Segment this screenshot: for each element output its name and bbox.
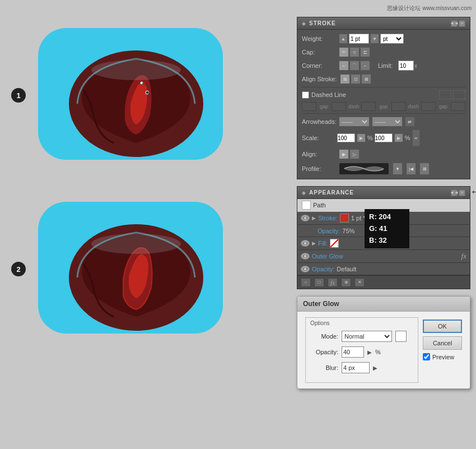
fill-app-row: ▶ Fill: (297, 237, 470, 250)
align-left-btn[interactable]: ▶ (339, 149, 349, 159)
fx-icon: fx (461, 252, 466, 261)
mode-row: Mode: Normal (310, 331, 413, 342)
duplicate-btn[interactable]: ⊕ (341, 278, 351, 287)
opacity-eye-btn[interactable] (301, 266, 310, 272)
appearance-panel-header: ◆ APPEARANCE ◄◄ ≡ (297, 187, 470, 199)
appearance-collapse-btn[interactable]: ◄◄ (451, 189, 458, 196)
corner-buttons: ⌐ ⌒ ⌐ (339, 61, 370, 71)
appearance-menu-btn[interactable]: ≡ (459, 189, 465, 196)
align-inside-btn[interactable]: ⊡ (351, 74, 361, 84)
limit-input[interactable] (398, 61, 414, 71)
scale-input-1[interactable] (337, 133, 355, 142)
limit-label: Limit: (378, 62, 395, 69)
gap-input-3[interactable] (451, 102, 465, 111)
align-right-btn[interactable]: ▷ (349, 149, 360, 159)
align-center-btn[interactable]: ⊞ (340, 74, 350, 84)
dialog-options: Options Mode: Normal Opacity: ▶ (305, 317, 418, 383)
arrowhead-start-select[interactable]: —— (339, 117, 370, 127)
dashed-line-label[interactable]: Dashed Line (302, 91, 346, 99)
canvas-item-1: 1 (11, 17, 234, 174)
blur-arrow-btn[interactable]: ▶ (373, 365, 377, 371)
weight-row: Weight: ▲ ▼ pt (297, 32, 470, 45)
arrowhead-end-select[interactable]: —— (372, 117, 403, 127)
cap-square-btn[interactable]: ⊏ (360, 47, 370, 57)
gap-input-2[interactable] (391, 102, 406, 111)
step-number-1: 1 (11, 88, 26, 103)
corner-bevel-btn[interactable]: ⌐ (360, 61, 370, 71)
outer-glow-title: Outer Glow (297, 297, 470, 312)
corner-round-btn[interactable]: ⌒ (349, 61, 360, 71)
dash-input-2[interactable] (361, 102, 376, 111)
arrow-indicator: ← (470, 184, 476, 199)
gap-input-1[interactable] (332, 102, 346, 111)
preview-checkbox[interactable] (423, 353, 430, 360)
corner-miter-btn[interactable]: ⌐ (339, 61, 349, 71)
scale-link-btn[interactable]: ∞ (412, 129, 420, 146)
opacity2-value: Default (337, 266, 356, 272)
dash-box-2 (453, 90, 465, 99)
stroke-expand-arrow[interactable]: ▶ (312, 215, 316, 221)
glow-color-swatch[interactable] (395, 331, 407, 342)
profile-select-btn[interactable]: ▼ (393, 163, 403, 175)
panel-menu-btn[interactable]: ≡ (459, 20, 465, 27)
add-new-stroke-btn[interactable]: ○ (301, 278, 311, 287)
opacity-dialog-label: Opacity: (310, 349, 338, 355)
fill-color-swatch[interactable] (330, 239, 339, 248)
arrowhead-swap-btn[interactable]: ⇄ (405, 117, 415, 127)
appearance-panel: ◆ APPEARANCE ◄◄ ≡ Path ▶ Stroke: 1 pt * … (297, 186, 470, 289)
svg-point-9 (304, 217, 306, 219)
dashed-line-checkbox[interactable] (302, 91, 309, 99)
ok-button[interactable]: OK (423, 320, 462, 333)
cap-round-btn[interactable]: ⊂ (349, 47, 360, 57)
stroke-eye-btn[interactable] (301, 215, 310, 221)
stroke-color-swatch[interactable] (340, 214, 349, 223)
cancel-button[interactable]: Cancel (423, 336, 462, 350)
arrowheads-label: Arrowheads: (302, 118, 337, 125)
cap-buttons: ⊢ ⊂ ⊏ (339, 47, 370, 57)
weight-down-btn[interactable]: ▼ (370, 34, 379, 44)
stroke-app-row: ▶ Stroke: 1 pt * R: 204 G: 41 B: 32 (297, 212, 470, 225)
svg-point-4 (91, 60, 181, 80)
outer-glow-label[interactable]: Outer Glow (312, 253, 343, 260)
scale-input-2[interactable] (375, 133, 393, 142)
opacity-dialog-input[interactable] (342, 346, 364, 358)
weight-unit-select[interactable]: pt (380, 34, 404, 44)
align-outside-btn[interactable]: ⊠ (361, 74, 371, 84)
profile-prev-btn[interactable]: |◀ (406, 163, 416, 175)
options-group: Options Mode: Normal Opacity: ▶ (305, 317, 418, 383)
appearance-panel-controls[interactable]: ◄◄ ≡ (451, 189, 465, 196)
panel-controls[interactable]: ◄◄ ≡ (451, 20, 465, 27)
fx-btn[interactable]: fx (328, 278, 338, 287)
dash-input-3[interactable] (421, 102, 436, 111)
scale-arrow-2[interactable]: ▶ (394, 133, 403, 142)
dash-label-2: dash (347, 104, 360, 109)
fill-eye-btn[interactable] (301, 240, 310, 247)
corner-label: Corner: (302, 62, 335, 69)
weight-input[interactable] (349, 34, 369, 44)
dashed-line-row: Dashed Line (297, 89, 470, 101)
scale-arrow-1[interactable]: ▶ (357, 133, 366, 142)
svg-point-15 (304, 268, 306, 270)
weight-up-btn[interactable]: ▲ (339, 34, 348, 44)
align-stroke-buttons: ⊞ ⊡ ⊠ (340, 74, 371, 84)
outer-glow-eye-btn[interactable] (301, 253, 310, 260)
profile-flip-btn[interactable]: ⊠ (419, 163, 430, 175)
opacity-default-row: Opacity: Default (297, 263, 470, 275)
fill-expand-arrow[interactable]: ▶ (312, 240, 316, 246)
mode-select[interactable]: Normal (342, 331, 392, 342)
svg-point-13 (304, 255, 306, 257)
options-group-title: Options (310, 320, 413, 326)
opacity-arrow-btn[interactable]: ▶ (367, 349, 372, 355)
outer-glow-dialog: Outer Glow Options Mode: Normal Opaci (297, 296, 470, 389)
illustration-2 (32, 191, 234, 348)
tooltip-r: R: 204 (369, 212, 391, 221)
delete-btn[interactable]: ✕ (354, 278, 365, 287)
appearance-panel-title: APPEARANCE (309, 189, 354, 196)
opacity2-label: Opacity: (312, 266, 334, 272)
add-fill-btn[interactable]: □ (314, 278, 324, 287)
dash-input-1[interactable] (302, 102, 316, 111)
cap-row: Cap: ⊢ ⊂ ⊏ (297, 45, 470, 59)
panel-collapse-btn[interactable]: ◄◄ (451, 20, 458, 27)
blur-input[interactable] (342, 362, 370, 373)
cap-butt-btn[interactable]: ⊢ (339, 47, 349, 57)
